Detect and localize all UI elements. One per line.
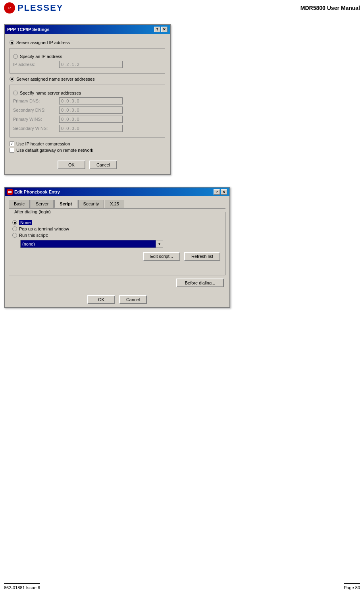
dialog2-close-btn[interactable]: ✕	[221, 189, 227, 195]
specify-dns-group: Specify name server addresses Primary DN…	[10, 85, 165, 137]
primary-dns-row: Primary DNS: 0 . 0 . 0 . 0	[13, 97, 162, 104]
refresh-list-btn[interactable]: Refresh list	[184, 252, 220, 261]
tab-x25[interactable]: X.25	[105, 200, 124, 208]
secondary-dns-label: Secondary DNS:	[13, 108, 57, 112]
specify-ip-group: Specify an IP address IP address: 0 . 2 …	[10, 48, 165, 74]
page-header: P PLESSEY MDR5800 User Manual	[0, 0, 364, 16]
radio-server-dns-label: Server assigned name server addresses	[16, 77, 94, 81]
radio-none-label: None	[19, 220, 32, 225]
page-title: MDR5800 User Manual	[300, 5, 360, 11]
radio-specify-ip[interactable]: Specify an IP address	[13, 54, 162, 59]
footer-left: 862-01881 Issue 6	[4, 583, 40, 590]
primary-wins-input[interactable]: 0 . 0 . 0 . 0	[59, 116, 123, 123]
edit-phonebook-dialog: 📖 Edit Phonebook Entry ? ✕ Basic Server …	[4, 187, 230, 308]
dialog1-ok-btn[interactable]: OK	[58, 161, 85, 169]
radio-none[interactable]: None	[12, 220, 222, 225]
radio-server-ip-label: Server assigned IP address	[16, 40, 70, 45]
radio-none-btn[interactable]	[12, 220, 17, 225]
ip-seg2: 2	[66, 62, 69, 67]
footer-right: Page 80	[344, 583, 360, 590]
checkbox-default-gateway-btn[interactable]	[10, 148, 14, 153]
dialog2-cancel-btn[interactable]: Cancel	[119, 295, 147, 304]
logo-icon: P	[4, 2, 15, 14]
secondary-dns-row: Secondary DNS: 0 . 0 . 0 . 0	[13, 106, 162, 114]
radio-server-ip[interactable]: Server assigned IP address	[10, 40, 165, 45]
checkbox-default-gateway-label: Use default gateway on remote network	[16, 148, 93, 153]
tab-script[interactable]: Script	[54, 200, 77, 208]
script-dropdown[interactable]: (none) ▼	[20, 240, 163, 248]
logo-text: PLESSEY	[17, 3, 63, 13]
ip-address-input[interactable]: 0 . 2 . 1 . 2	[59, 61, 123, 68]
radio-specify-dns-btn[interactable]	[13, 91, 18, 95]
tab-security[interactable]: Security	[78, 200, 104, 208]
before-dial-row: Before dialing...	[9, 279, 225, 287]
tab-strip: Basic Server Script Security X.25	[9, 199, 225, 209]
secondary-wins-label: Secondary WINS:	[13, 126, 57, 131]
checkbox-ip-header[interactable]: Use IP header compression	[10, 141, 165, 146]
radio-popup[interactable]: Pop up a terminal window	[12, 226, 222, 231]
ip-seg1: 0	[61, 62, 64, 67]
dialog1-titlebar-buttons: ? ✕	[154, 27, 168, 32]
radio-popup-btn[interactable]	[12, 226, 17, 231]
ip-address-label: IP address:	[13, 62, 57, 67]
radio-specify-ip-btn[interactable]	[13, 54, 18, 59]
radio-script-btn[interactable]	[12, 233, 17, 238]
dialog2-button-row: OK Cancel	[9, 292, 225, 304]
logo: P PLESSEY	[4, 2, 63, 14]
checkbox-ip-header-btn[interactable]	[10, 141, 14, 146]
radio-specify-ip-label: Specify an IP address	[20, 54, 62, 59]
radio-server-dns[interactable]: Server assigned name server addresses	[10, 77, 165, 81]
secondary-dns-input[interactable]: 0 . 0 . 0 . 0	[59, 106, 123, 114]
dialog1-body: Server assigned IP address Specify an IP…	[5, 34, 170, 174]
dialog2-titlebar: 📖 Edit Phonebook Entry ? ✕	[5, 188, 229, 196]
dialog2-help-btn[interactable]: ?	[214, 189, 220, 195]
script-buttons-row: Edit script... Refresh list	[12, 252, 222, 261]
dialog2-title-left: 📖 Edit Phonebook Entry	[7, 189, 60, 195]
radio-popup-label: Pop up a terminal window	[19, 226, 69, 231]
primary-dns-input[interactable]: 0 . 0 . 0 . 0	[59, 97, 123, 104]
dialog1-button-row: OK Cancel	[10, 157, 165, 169]
dialog2-titlebar-buttons: ? ✕	[214, 189, 227, 195]
page-content: PPP TCP/IP Settings ? ✕ Server assigned …	[0, 16, 364, 316]
dialog2-body: Basic Server Script Security X.25 After …	[5, 196, 229, 307]
script-dropdown-text: (none)	[21, 240, 156, 248]
after-dialing-label: After dialing (login)	[13, 209, 52, 214]
tab-server[interactable]: Server	[31, 200, 54, 208]
checkbox-default-gateway[interactable]: Use default gateway on remote network	[10, 148, 165, 153]
primary-dns-label: Primary DNS:	[13, 99, 57, 103]
dialog1-cancel-btn[interactable]: Cancel	[89, 161, 117, 169]
dialog2-title-text: Edit Phonebook Entry	[14, 190, 60, 194]
checkbox-ip-header-label: Use IP header compression	[16, 141, 70, 146]
secondary-wins-input[interactable]: 0 . 0 . 0 . 0	[59, 125, 123, 132]
ip-seg4: 2	[77, 62, 79, 67]
radio-server-ip-btn[interactable]	[10, 40, 14, 45]
radio-script-label: Run this script:	[19, 233, 48, 238]
dialog1-help-btn[interactable]: ?	[154, 27, 160, 32]
primary-wins-label: Primary WINS:	[13, 117, 57, 122]
dialog1-title-text: PPP TCP/IP Settings	[7, 27, 50, 32]
ip-address-row: IP address: 0 . 2 . 1 . 2	[13, 61, 162, 68]
radio-specify-dns[interactable]: Specify name server addresses	[13, 91, 162, 95]
primary-wins-row: Primary WINS: 0 . 0 . 0 . 0	[13, 116, 162, 123]
dropdown-arrow-icon[interactable]: ▼	[156, 240, 163, 248]
ppp-tcpip-dialog: PPP TCP/IP Settings ? ✕ Server assigned …	[4, 24, 171, 175]
dialog1-close-btn[interactable]: ✕	[161, 27, 168, 32]
radio-script[interactable]: Run this script:	[12, 233, 222, 238]
dialog1-title-left: PPP TCP/IP Settings	[7, 27, 50, 32]
radio-specify-dns-label: Specify name server addresses	[20, 91, 81, 95]
secondary-wins-row: Secondary WINS: 0 . 0 . 0 . 0	[13, 125, 162, 132]
dialog2-title-icon: 📖	[7, 189, 13, 195]
dialog2-ok-btn[interactable]: OK	[87, 295, 115, 304]
dialog1-titlebar: PPP TCP/IP Settings ? ✕	[5, 25, 170, 34]
edit-script-btn[interactable]: Edit script...	[143, 252, 180, 261]
tab-basic[interactable]: Basic	[9, 200, 30, 208]
radio-server-dns-btn[interactable]	[10, 77, 14, 81]
after-dialing-group: After dialing (login) None Pop up a term…	[9, 212, 225, 275]
ip-seg3: 1	[71, 62, 74, 67]
page-footer: 862-01881 Issue 6 Page 80	[4, 583, 360, 590]
before-dialing-btn[interactable]: Before dialing...	[176, 279, 224, 287]
